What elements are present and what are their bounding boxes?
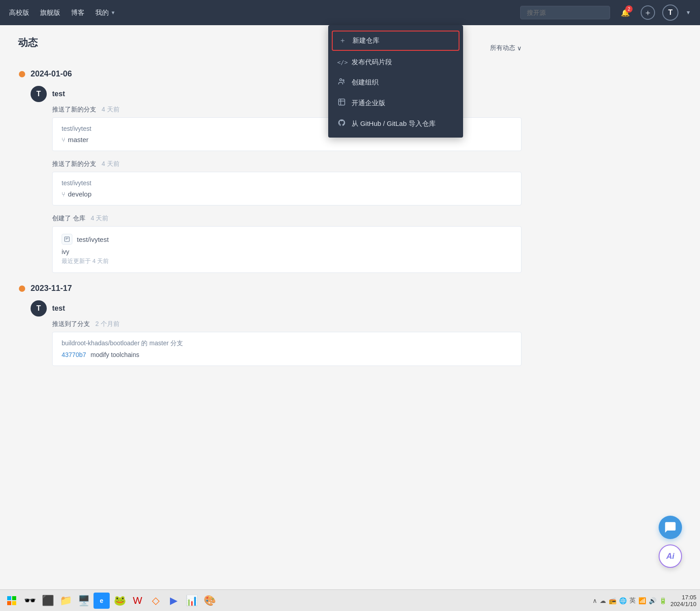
activity-create-repo: 创建了 仓库 4 天前 test/ivytest ivy 最近更新于 4 天前 (52, 214, 522, 273)
page-title: 动态 (18, 36, 38, 49)
tray-battery[interactable]: 🔋 (659, 597, 667, 604)
activity-card-2: test/ivytest ⑂ develop (52, 172, 522, 205)
dropdown-create-org[interactable]: 创建组织 (328, 72, 463, 93)
commit-row: 43770b7 modify toolchains (62, 351, 512, 358)
tray-volume[interactable]: 🔊 (649, 597, 656, 604)
activity-time-1: 4 天前 (102, 106, 120, 113)
activity-time-3: 4 天前 (91, 214, 109, 222)
activity-card-4: buildroot-khadas/bootloader 的 master 分支 … (52, 332, 522, 366)
support-icon (664, 521, 677, 534)
taskbar-app-10[interactable]: 📊 (183, 593, 200, 609)
taskbar-app-9[interactable]: ▶ (165, 593, 182, 609)
nav-blog[interactable]: 博客 (71, 9, 85, 17)
activity-title-3: 创建了 仓库 4 天前 (52, 214, 522, 223)
ai-label: Ai (666, 552, 674, 561)
branch-icon-2: ⑂ (62, 191, 65, 198)
timeline-date-row-2: 2023-11-17 (18, 284, 522, 293)
tray-cloud[interactable]: ☁ (600, 597, 606, 604)
chevron-down-icon: ∨ (517, 45, 522, 52)
svg-rect-7 (12, 601, 16, 605)
branch-icon-1: ⑂ (62, 136, 65, 143)
username-1: test (52, 90, 65, 98)
activity-card-3: test/ivytest ivy 最近更新于 4 天前 (52, 226, 522, 273)
taskbar-app-11[interactable]: 🎨 (201, 593, 218, 609)
code-icon: </> (337, 59, 346, 66)
nav-mine[interactable]: 我的 ▼ (95, 9, 116, 17)
filter-button[interactable]: 所有动态 ∨ (490, 44, 522, 52)
dropdown-import-github[interactable]: 从 GitHub / GitLab 导入仓库 (328, 113, 463, 134)
repo-info-3: test/ivytest (62, 234, 512, 245)
repo-icon-3 (62, 234, 72, 245)
tray-radio[interactable]: 📻 (609, 597, 616, 604)
timeline-user-row-2: T test (31, 300, 522, 317)
svg-point-1 (343, 80, 344, 81)
svg-point-0 (340, 79, 342, 81)
tray-network[interactable]: 🌐 (619, 597, 627, 604)
commit-message: modify toolchains (91, 351, 139, 358)
taskbar-app-1[interactable]: 🕶️ (22, 593, 38, 609)
dropdown-new-repo[interactable]: ＋ 新建仓库 (332, 31, 459, 51)
commit-hash[interactable]: 43770b7 (62, 351, 86, 358)
activity-push-branch: 推送到了分支 2 个月前 buildroot-khadas/bootloader… (52, 320, 522, 366)
taskbar: 🕶️ ⬛ 📁 🖥️ e 🐸 W ◇ ▶ 📊 🎨 ∧ ☁ 📻 🌐 英 📶 🔊 🔋 … (0, 589, 700, 611)
navbar-left: 高校版 旗舰版 博客 我的 ▼ (9, 9, 520, 17)
search-input[interactable] (520, 6, 610, 19)
username-2: test (52, 304, 65, 312)
activity-time-4: 2 个月前 (95, 320, 120, 327)
taskbar-time: 17:05 2024/1/10 (670, 594, 696, 607)
repo-updated-3: 最近更新于 4 天前 (62, 257, 512, 265)
user-avatar-1: T (31, 86, 47, 102)
dropdown-publish-snippet[interactable]: </> 发布代码片段 (328, 53, 463, 72)
taskbar-app-3[interactable]: 📁 (58, 593, 74, 609)
tray-arrow[interactable]: ∧ (593, 597, 597, 604)
card-branch-2: ⑂ develop (62, 190, 512, 198)
plus-icon: ＋ (338, 36, 347, 45)
plus-icon: ＋ (644, 7, 652, 18)
activity-time-2: 4 天前 (102, 160, 120, 167)
enterprise-icon (337, 98, 346, 108)
timeline-date-2: 2023-11-17 (31, 284, 72, 293)
timeline-dot-2 (19, 285, 25, 292)
svg-rect-2 (339, 99, 345, 105)
card-repo-path-4[interactable]: buildroot-khadas/bootloader 的 master 分支 (62, 339, 512, 348)
create-dropdown-menu: ＋ 新建仓库 </> 发布代码片段 创建组织 开通企业版 从 GitH (328, 25, 463, 138)
nav-qijian[interactable]: 旗舰版 (40, 9, 60, 17)
timeline-date-1: 2024-01-06 (31, 69, 72, 79)
taskbar-right: ∧ ☁ 📻 🌐 英 📶 🔊 🔋 17:05 2024/1/10 (593, 594, 696, 607)
org-icon (337, 77, 346, 87)
taskbar-app-7[interactable]: W (129, 593, 146, 609)
taskbar-start[interactable] (4, 593, 20, 609)
repo-desc-3: ivy (62, 248, 512, 255)
activity-push-develop: 推送了新的分支 4 天前 test/ivytest ⑂ develop (52, 160, 522, 205)
taskbar-app-5[interactable]: e (94, 593, 110, 609)
svg-rect-5 (12, 596, 16, 600)
taskbar-app-2[interactable]: ⬛ (40, 593, 56, 609)
taskbar-app-6[interactable]: 🐸 (111, 593, 128, 609)
avatar-dropdown-arrow[interactable]: ▼ (686, 9, 691, 16)
float-support-button[interactable] (659, 516, 682, 539)
nav-gaoxiao[interactable]: 高校版 (9, 9, 29, 17)
timeline-dot-1 (19, 71, 25, 77)
activity-title-2: 推送了新的分支 4 天前 (52, 160, 522, 168)
svg-rect-4 (7, 596, 11, 600)
float-ai-button[interactable]: Ai (659, 544, 682, 568)
sys-tray: ∧ ☁ 📻 🌐 英 📶 🔊 🔋 (593, 597, 667, 605)
notification-bell[interactable]: 🔔 2 (617, 4, 633, 21)
navbar-right: 🔔 2 ＋ T ▼ (520, 4, 691, 21)
repo-name-3[interactable]: test/ivytest (77, 236, 109, 243)
taskbar-app-4[interactable]: 🖥️ (76, 593, 92, 609)
taskbar-app-8[interactable]: ◇ (147, 593, 164, 609)
notification-badge: 2 (625, 5, 633, 13)
dropdown-open-enterprise[interactable]: 开通企业版 (328, 93, 463, 113)
start-icon (6, 595, 17, 606)
user-avatar-2: T (31, 300, 47, 317)
svg-rect-6 (7, 601, 11, 605)
navbar: 高校版 旗舰版 博客 我的 ▼ 🔔 2 ＋ T ▼ (0, 0, 700, 25)
card-repo-link-2[interactable]: test/ivytest (62, 179, 512, 187)
github-icon (337, 119, 346, 129)
activity-title-4: 推送到了分支 2 个月前 (52, 320, 522, 328)
tray-wifi[interactable]: 📶 (638, 597, 646, 604)
tray-lang[interactable]: 英 (629, 597, 636, 605)
user-avatar-button[interactable]: T (662, 4, 678, 21)
create-plus-button[interactable]: ＋ (641, 5, 655, 20)
